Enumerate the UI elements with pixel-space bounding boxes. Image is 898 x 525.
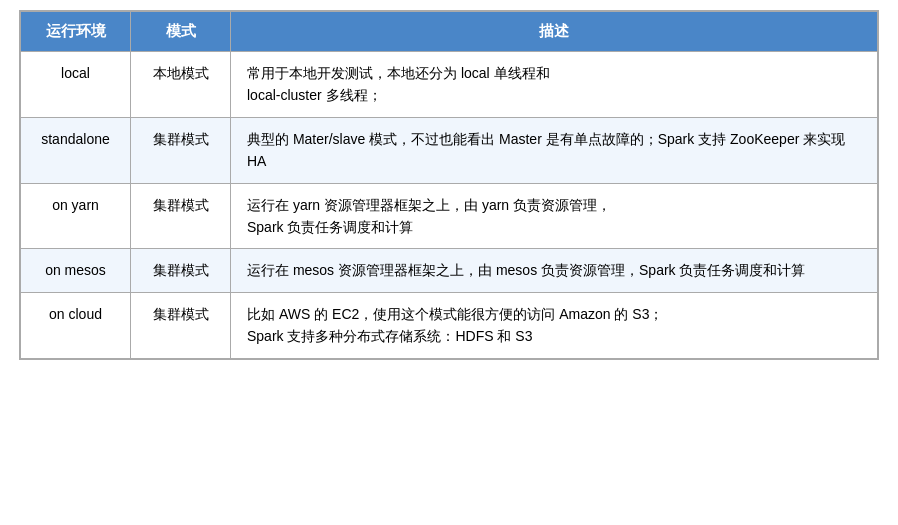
cell-desc: 比如 AWS 的 EC2，使用这个模式能很方便的访问 Amazon 的 S3；S… xyxy=(231,292,878,358)
table-row: standalone集群模式典型的 Mater/slave 模式，不过也能看出 … xyxy=(21,117,878,183)
spark-environments-table: 运行环境 模式 描述 local本地模式常用于本地开发测试，本地还分为 loca… xyxy=(20,11,878,359)
table-row: local本地模式常用于本地开发测试，本地还分为 local 单线程和local… xyxy=(21,52,878,118)
cell-env: on mesos xyxy=(21,249,131,292)
header-desc: 描述 xyxy=(231,12,878,52)
cell-mode: 集群模式 xyxy=(131,249,231,292)
cell-env: on yarn xyxy=(21,183,131,249)
cell-desc: 常用于本地开发测试，本地还分为 local 单线程和local-cluster … xyxy=(231,52,878,118)
cell-mode: 本地模式 xyxy=(131,52,231,118)
table-row: on cloud集群模式比如 AWS 的 EC2，使用这个模式能很方便的访问 A… xyxy=(21,292,878,358)
cell-mode: 集群模式 xyxy=(131,183,231,249)
header-mode: 模式 xyxy=(131,12,231,52)
cell-desc: 运行在 mesos 资源管理器框架之上，由 mesos 负责资源管理，Spark… xyxy=(231,249,878,292)
cell-env: on cloud xyxy=(21,292,131,358)
main-table-wrapper: 运行环境 模式 描述 local本地模式常用于本地开发测试，本地还分为 loca… xyxy=(19,10,879,360)
cell-desc: 运行在 yarn 资源管理器框架之上，由 yarn 负责资源管理，Spark 负… xyxy=(231,183,878,249)
cell-env: standalone xyxy=(21,117,131,183)
table-row: on mesos集群模式运行在 mesos 资源管理器框架之上，由 mesos … xyxy=(21,249,878,292)
cell-mode: 集群模式 xyxy=(131,292,231,358)
table-row: on yarn集群模式运行在 yarn 资源管理器框架之上，由 yarn 负责资… xyxy=(21,183,878,249)
cell-mode: 集群模式 xyxy=(131,117,231,183)
header-env: 运行环境 xyxy=(21,12,131,52)
table-header-row: 运行环境 模式 描述 xyxy=(21,12,878,52)
cell-desc: 典型的 Mater/slave 模式，不过也能看出 Master 是有单点故障的… xyxy=(231,117,878,183)
cell-env: local xyxy=(21,52,131,118)
